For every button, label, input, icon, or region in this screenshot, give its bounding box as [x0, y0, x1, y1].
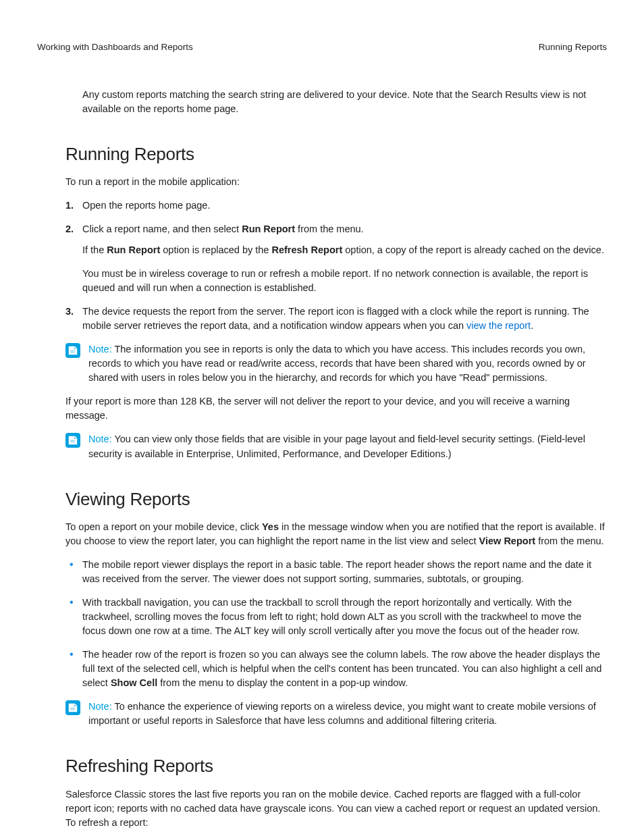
note-body-text: You can view only those fields that are …	[88, 434, 585, 459]
step-2-sub2: You must be in wireless coverage to run …	[82, 267, 607, 295]
step-2-sub1: If the Run Report option is replaced by …	[82, 243, 607, 257]
step-1-text: Open the reports home page.	[82, 200, 210, 211]
running-reports-heading: Running Reports	[65, 142, 607, 167]
header-right: Running Reports	[539, 41, 607, 54]
note-body-text: To enhance the experience of viewing rep…	[88, 701, 596, 726]
note-body-text: The information you see in reports is on…	[88, 344, 586, 383]
step-3: The device requests the report from the …	[65, 305, 607, 333]
note-icon	[65, 343, 80, 358]
step-3-text-b: .	[531, 320, 533, 331]
note-icon	[65, 700, 80, 715]
view-the-report-link[interactable]: view the report	[466, 320, 531, 331]
step-1: Open the reports home page.	[65, 199, 607, 213]
list-item: The header row of the report is frozen s…	[65, 648, 607, 690]
list-item: The mobile report viewer displays the re…	[65, 558, 607, 586]
note-label: Note:	[88, 701, 112, 712]
note-block-3: Note: To enhance the experience of viewi…	[65, 700, 607, 728]
step-2-text-b: from the menu.	[295, 224, 364, 234]
note-block-2: Note: You can view only those fields tha…	[65, 432, 607, 461]
running-lead: To run a report in the mobile applicatio…	[65, 175, 607, 189]
page-header: Working with Dashboards and Reports Runn…	[37, 41, 607, 54]
step-2-text-a: Click a report name, and then select	[82, 224, 242, 234]
step-2-bold: Run Report	[242, 224, 295, 234]
step-2: Click a report name, and then select Run…	[65, 222, 607, 295]
intro-paragraph: Any custom reports matching the search s…	[65, 88, 607, 116]
refreshing-reports-heading: Refreshing Reports	[65, 754, 607, 779]
viewing-reports-heading: Viewing Reports	[65, 487, 607, 513]
viewing-lead: To open a report on your mobile device, …	[65, 520, 607, 548]
note-label: Note:	[88, 344, 112, 355]
viewing-bullets: The mobile report viewer displays the re…	[65, 558, 607, 690]
size-warning-paragraph: If your report is more than 128 KB, the …	[65, 394, 607, 423]
refreshing-lead: Salesforce Classic stores the last five …	[65, 787, 607, 830]
list-item: With trackball navigation, you can use t…	[65, 596, 607, 638]
note-block-1: Note: The information you see in reports…	[65, 342, 607, 385]
page-number: 31	[0, 832, 644, 834]
note-label: Note:	[88, 434, 112, 444]
header-left: Working with Dashboards and Reports	[37, 41, 193, 54]
running-steps: Open the reports home page. Click a repo…	[65, 199, 607, 333]
note-icon	[65, 433, 80, 448]
